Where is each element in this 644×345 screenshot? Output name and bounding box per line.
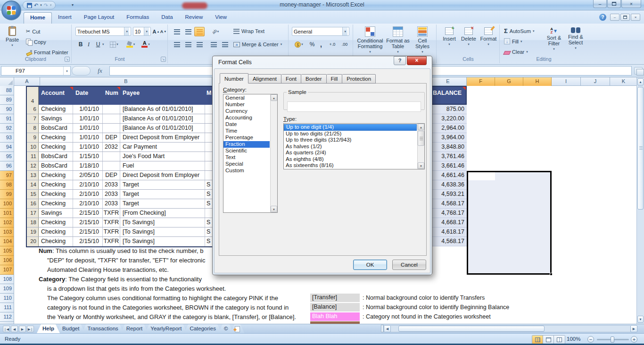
horizontal-scroll-track[interactable] — [391, 325, 630, 332]
cell-rownum[interactable]: 15 — [27, 190, 39, 199]
zoom-out-icon[interactable]: − — [587, 336, 594, 343]
workbook-restore-button[interactable] — [620, 14, 630, 21]
category-option[interactable]: Text — [223, 154, 270, 161]
dialog-tab[interactable]: Number — [220, 73, 248, 84]
row-header[interactable]: 110 — [0, 294, 14, 303]
cell-account[interactable]: BobsCard — [39, 124, 73, 133]
column-header[interactable]: J — [581, 77, 610, 86]
office-button[interactable] — [1, 0, 21, 20]
cell-num[interactable]: 2033 — [103, 180, 120, 189]
vertical-split-handle[interactable] — [636, 69, 644, 76]
increase-decimal-button[interactable]: +.0 — [327, 40, 338, 49]
cell-payee[interactable]: [Balance As of 01/01/2010] — [120, 124, 205, 133]
cell-payee[interactable]: Joe's Food Mart — [120, 152, 205, 161]
cell-memo[interactable]: S — [205, 190, 212, 199]
scroll-down-icon[interactable]: ▼ — [271, 206, 277, 212]
cell-balance[interactable]: 3,761.46 — [429, 152, 467, 161]
cell-num[interactable]: 2032 — [103, 143, 120, 151]
scroll-up-icon[interactable]: ▲ — [418, 124, 424, 130]
dialog-tab[interactable]: Fill — [327, 74, 343, 84]
insert-cells-button[interactable]: Insert▾ — [441, 27, 458, 46]
row-header[interactable]: 103 — [0, 227, 14, 237]
cell-memo[interactable] — [205, 209, 212, 218]
cell-rownum[interactable]: 7 — [27, 114, 39, 123]
cell-account[interactable]: Checking — [39, 171, 73, 180]
cell-date[interactable]: 1/10/10 — [73, 143, 103, 151]
cell-account[interactable]: Checking — [39, 218, 73, 227]
close-button[interactable]: × — [621, 0, 641, 8]
cell-rownum[interactable]: 9 — [27, 133, 39, 142]
bold-button[interactable]: B — [77, 40, 84, 49]
cell-rownum[interactable]: 8 — [27, 124, 39, 133]
dialog-close-button[interactable]: × — [407, 56, 427, 65]
scroll-down-icon[interactable]: ▼ — [418, 162, 424, 169]
cell-balance[interactable]: 4,568.17 — [429, 237, 467, 246]
scroll-up-icon[interactable]: ▲ — [271, 94, 277, 101]
cell-rownum[interactable]: 10 — [27, 143, 39, 151]
scroll-down-icon[interactable]: ▼ — [637, 316, 644, 323]
table-corner-cell[interactable]: 4 — [27, 87, 39, 105]
cell-date[interactable]: 2/05/10 — [73, 171, 103, 180]
fill-handle[interactable] — [550, 273, 553, 276]
cell-date[interactable]: 2/10/10 — [73, 199, 103, 208]
balance-header[interactable]: BALANCE — [429, 86, 467, 104]
accounting-format-button[interactable]: $▾ — [292, 40, 306, 49]
row-header[interactable]: 95 — [0, 152, 14, 161]
page-break-view-button[interactable] — [554, 336, 565, 344]
cell-account[interactable]: Checking — [39, 227, 73, 236]
cell-date[interactable]: 1/18/10 — [73, 161, 103, 170]
middle-align-button[interactable] — [183, 27, 193, 36]
font-size-dropdown-icon[interactable]: ▾ — [144, 27, 149, 35]
sheet-tab[interactable]: Categories — [184, 324, 222, 333]
account-header[interactable]: Account — [39, 87, 73, 105]
cell-num[interactable] — [103, 105, 120, 114]
clipboard-dialog-launcher[interactable]: ↘ — [65, 57, 70, 62]
decrease-indent-button[interactable] — [208, 40, 219, 49]
cell-balance[interactable]: 4,593.21 — [429, 190, 467, 199]
cell-date[interactable]: 1/01/10 — [73, 105, 103, 114]
row-header[interactable]: 111 — [0, 303, 14, 312]
cell-account[interactable]: Savings — [39, 209, 73, 218]
zoom-level[interactable]: 100% — [567, 336, 580, 342]
cell-memo[interactable] — [205, 171, 212, 180]
category-option[interactable]: Custom — [223, 168, 270, 174]
cell-account[interactable]: Checking — [39, 237, 73, 246]
cell-balance[interactable]: 3,848.80 — [429, 143, 467, 152]
cell-payee[interactable]: Target — [120, 180, 205, 189]
dialog-tab[interactable]: Alignment — [248, 74, 281, 84]
row-header[interactable]: 97 — [0, 171, 14, 180]
category-option[interactable]: Number — [223, 101, 270, 108]
cell-rownum[interactable]: 17 — [27, 209, 39, 218]
category-option[interactable]: Percentage — [223, 135, 270, 141]
cell-account[interactable]: Checking — [39, 190, 73, 199]
paste-button[interactable]: Paste▾ — [4, 26, 21, 47]
sheet-tab[interactable]: YearlyReport — [145, 324, 187, 333]
cell-balance[interactable]: 4,638.36 — [429, 180, 467, 190]
row-header[interactable]: 104 — [0, 237, 14, 246]
horizontal-scroll-thumb[interactable] — [398, 326, 545, 332]
cell-balance[interactable]: 4,661.46 — [429, 171, 467, 180]
cell-payee[interactable]: [Balance As of 01/01/2010] — [120, 105, 205, 114]
vertical-scrollbar[interactable]: ▲ ▼ — [636, 77, 644, 324]
ribbon-tab[interactable]: Review — [179, 12, 209, 24]
minimize-button[interactable]: ‒ — [593, 0, 607, 8]
cell-date[interactable]: 1/01/10 — [73, 124, 103, 133]
cell-account[interactable]: Checking — [39, 143, 73, 151]
scroll-left-icon[interactable]: ◀ — [384, 325, 391, 332]
cell-memo[interactable] — [205, 114, 212, 123]
select-all-corner[interactable] — [0, 77, 14, 86]
cell-memo[interactable]: S — [205, 180, 212, 189]
workbook-close-button[interactable]: × — [631, 14, 640, 21]
cell-date[interactable]: 1/01/10 — [73, 114, 103, 123]
row-header[interactable]: 89 — [0, 95, 14, 105]
dialog-help-button[interactable]: ? — [394, 56, 406, 65]
align-right-button[interactable] — [194, 40, 205, 49]
orientation-button[interactable]: ab▾ — [208, 27, 223, 36]
cell-rownum[interactable]: 6 — [27, 105, 39, 114]
cell-date[interactable]: 2/10/10 — [73, 190, 103, 199]
shrink-font-button[interactable]: A▼ — [160, 27, 167, 36]
row-header[interactable]: 96 — [0, 161, 14, 171]
row-header[interactable]: 106 — [0, 256, 14, 265]
type-scrollbar[interactable]: ▲▼ — [417, 124, 424, 169]
cancel-button[interactable]: Cancel — [392, 260, 426, 270]
